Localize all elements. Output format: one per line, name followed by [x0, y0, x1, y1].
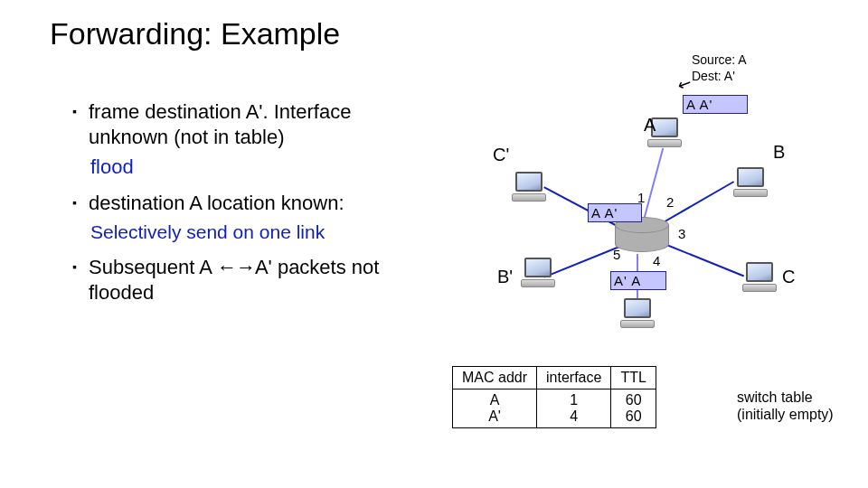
label-Bp: B'	[497, 267, 513, 287]
bullet-3a: Subsequent A	[89, 256, 217, 278]
frame-mid: A A'	[588, 203, 642, 222]
cell-mac-2: A'	[462, 408, 527, 425]
cell-ttl-1: 60	[620, 392, 646, 408]
cell-mac-1: A	[462, 392, 527, 408]
bullet-1: frame destination A'. Interface unknown …	[89, 99, 434, 149]
computer-B	[732, 167, 770, 203]
cell-ttl-2: 60	[620, 408, 646, 425]
link-3	[660, 241, 744, 277]
port-3: 3	[678, 226, 685, 241]
frame-bot: A' A	[610, 271, 666, 290]
dest-line: Dest: A'	[692, 69, 747, 85]
bullet-mark: ▪	[72, 255, 89, 305]
computer-Ap	[619, 298, 657, 334]
computer-Cp	[511, 172, 549, 208]
switch-hub	[615, 217, 669, 258]
frame-bot-text: A' A	[614, 273, 641, 288]
source-dest-label: Source: A Dest: A'	[692, 52, 747, 84]
bullet-mark: ▪	[72, 191, 89, 216]
frame-top-text: A A'	[686, 97, 712, 112]
computer-Bp	[520, 258, 558, 294]
flood-label: flood	[90, 155, 434, 180]
port-4: 4	[653, 253, 660, 268]
bidir-arrow: ←→	[217, 256, 255, 278]
computer-C	[741, 262, 779, 298]
bullet-mark: ▪	[72, 99, 89, 149]
label-Cp: C'	[493, 145, 509, 165]
caption-line-1: switch table	[737, 389, 834, 406]
port-5: 5	[613, 247, 620, 262]
cell-if-2: 4	[546, 408, 601, 425]
switch-table: MAC addr interface TTL A A' 1 4 60 60	[452, 366, 656, 428]
table-caption: switch table (initially empty)	[737, 389, 834, 423]
frame-mid-text: A A'	[591, 205, 618, 221]
caption-line-2: (initially empty)	[737, 406, 834, 423]
page-title: Forwarding: Example	[50, 16, 340, 52]
port-2: 2	[666, 194, 674, 210]
bullet-3: Subsequent A ←→A' packets not flooded	[89, 255, 434, 305]
frame-top: A A'	[683, 95, 748, 114]
label-B: B	[773, 142, 785, 163]
network-diagram: 1 2 3 4 5 6 A B C A' B' C' A A' A A' A' …	[443, 86, 832, 339]
th-mac: MAC addr	[453, 367, 537, 389]
link-1	[641, 148, 664, 227]
label-C: C	[782, 267, 795, 287]
bullet-list: ▪ frame destination A'. Interface unknow…	[72, 99, 434, 310]
th-ttl: TTL	[611, 367, 656, 389]
th-if: interface	[537, 367, 611, 389]
bullet-2: destination A location known:	[89, 191, 344, 216]
cell-if-1: 1	[546, 392, 601, 408]
selective-send-label: Selectively send on one link	[90, 221, 434, 244]
source-line: Source: A	[692, 52, 747, 69]
label-A: A	[644, 115, 656, 136]
